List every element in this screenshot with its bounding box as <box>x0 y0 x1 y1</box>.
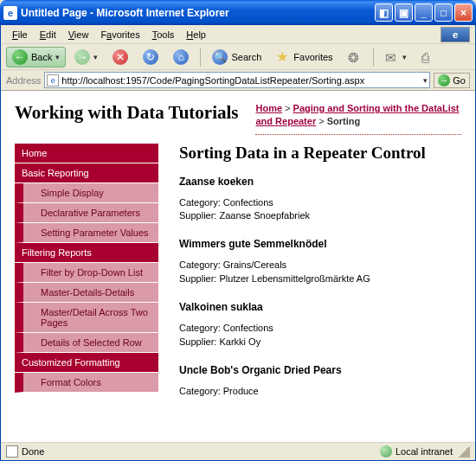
sidebar-item-customized-formatting[interactable]: Customized Formatting <box>15 353 158 373</box>
category-label: Category: <box>179 259 221 270</box>
product-item: Wimmers gute Semmelknödel Category: Grai… <box>179 238 458 285</box>
breadcrumb-home[interactable]: Home <box>255 103 282 113</box>
print-icon: ⎙ <box>421 50 435 64</box>
zone-icon <box>380 445 392 458</box>
menu-favorites[interactable]: Favorites <box>94 28 145 42</box>
refresh-button[interactable]: ↻ <box>137 47 164 67</box>
status-bar: Done Local intranet <box>1 442 475 459</box>
search-icon: 🔍 <box>212 49 228 65</box>
category-value: Produce <box>223 386 259 396</box>
address-field[interactable]: e http://localhost:1957/Code/PagingSorti… <box>44 72 430 88</box>
supplier-value: Karkki Oy <box>219 336 261 347</box>
page-content: Working with Data Tutorials Home > Pagin… <box>1 91 475 442</box>
back-button[interactable]: ← Back ▾ <box>6 47 66 67</box>
supplier-label: Supplier: <box>179 273 216 284</box>
search-label: Search <box>231 52 261 62</box>
product-name: Zaanse koeken <box>179 176 458 188</box>
forward-button[interactable]: → ▾ <box>68 47 104 67</box>
breadcrumb-current: Sorting <box>327 116 361 126</box>
sidebar-item-basic-reporting[interactable]: Basic Reporting <box>15 163 158 183</box>
go-arrow-icon: → <box>438 74 450 86</box>
supplier-label: Supplier: <box>179 210 216 221</box>
star-icon: ★ <box>276 50 290 64</box>
chevron-down-icon: ▾ <box>93 53 98 61</box>
product-name: Valkoinen suklaa <box>179 301 458 313</box>
go-label: Go <box>453 75 466 86</box>
menu-view[interactable]: View <box>62 28 95 42</box>
history-icon: ❂ <box>348 50 362 64</box>
maximize-button[interactable]: □ <box>434 3 453 22</box>
address-url: http://localhost:1957/Code/PagingSorting… <box>61 75 364 86</box>
close-button[interactable]: × <box>454 3 473 22</box>
product-item: Valkoinen suklaa Category: Confections S… <box>179 301 458 349</box>
supplier-value: Zaanse Snoepfabriek <box>219 210 310 221</box>
stop-button[interactable]: ✕ <box>106 47 134 67</box>
forward-arrow-icon: → <box>74 49 90 65</box>
menu-tools[interactable]: Tools <box>146 28 181 42</box>
product-name: Wimmers gute Semmelknödel <box>179 238 458 250</box>
toolbar-separator <box>200 48 201 67</box>
zone-text: Local intranet <box>396 446 453 457</box>
toolbar-separator <box>373 48 374 67</box>
category-value: Grains/Cereals <box>223 259 286 270</box>
ie-throbber-icon: e <box>441 27 470 42</box>
sidebar-item-filter-dropdown[interactable]: Filter by Drop-Down List <box>15 263 158 283</box>
sidebar-item-master-details-details[interactable]: Master-Details-Details <box>15 283 158 303</box>
main-content: Sorting Data in a Repeater Control Zaans… <box>158 144 475 414</box>
home-icon: ⌂ <box>173 49 189 65</box>
sidebar-item-simple-display[interactable]: Simple Display <box>15 183 158 203</box>
mail-button[interactable]: ✉ ▾ <box>379 48 413 67</box>
go-button[interactable]: → Go <box>434 73 470 88</box>
resize-grip[interactable] <box>458 445 470 458</box>
back-arrow-icon: ← <box>12 49 28 65</box>
window-titlebar: e Untitled Page - Microsoft Internet Exp… <box>0 0 476 25</box>
home-button[interactable]: ⌂ <box>167 47 195 67</box>
page-icon: e <box>47 74 59 86</box>
product-item: Uncle Bob's Organic Dried Pears Category… <box>179 364 458 398</box>
address-label: Address <box>6 75 41 86</box>
titlebar-extra-button-2[interactable]: ▣ <box>395 3 413 22</box>
menubar: File Edit View Favorites Tools Help e <box>1 25 475 44</box>
category-value: Confections <box>223 323 273 333</box>
category-label: Category: <box>179 197 221 208</box>
print-button[interactable]: ⎙ <box>415 48 441 67</box>
status-text: Done <box>22 446 44 457</box>
mail-icon: ✉ <box>385 50 399 64</box>
toolbar: ← Back ▾ → ▾ ✕ ↻ ⌂ 🔍 Search ★ Favorites … <box>1 44 475 70</box>
menu-file[interactable]: File <box>6 28 34 42</box>
favorites-button[interactable]: ★ Favorites <box>270 48 338 67</box>
titlebar-extra-button-1[interactable]: ◧ <box>375 3 393 22</box>
sidebar-item-details-selected-row[interactable]: Details of Selected Row <box>15 333 158 353</box>
done-icon <box>6 445 18 458</box>
product-item: Zaanse koeken Category: Confections Supp… <box>179 176 458 223</box>
address-dropdown-icon[interactable]: ▾ <box>423 76 428 85</box>
category-label: Category: <box>179 323 221 333</box>
minimize-button[interactable]: _ <box>415 3 433 22</box>
sidebar-item-home[interactable]: Home <box>15 144 158 163</box>
ie-icon: e <box>3 6 17 20</box>
menu-help[interactable]: Help <box>180 28 212 42</box>
sidebar-item-declarative-parameters[interactable]: Declarative Parameters <box>15 203 158 223</box>
sidebar: Home Basic Reporting Simple Display Decl… <box>15 144 158 414</box>
stop-icon: ✕ <box>113 49 128 65</box>
category-value: Confections <box>223 197 273 208</box>
page-heading: Sorting Data in a Repeater Control <box>179 144 458 163</box>
site-title: Working with Data Tutorials <box>15 102 238 135</box>
chevron-down-icon: ▾ <box>55 53 60 61</box>
supplier-value: Plutzer Lebensmittelgroßmärkte AG <box>219 273 370 284</box>
category-label: Category: <box>179 386 221 396</box>
search-button[interactable]: 🔍 Search <box>206 47 267 67</box>
supplier-label: Supplier: <box>179 336 216 347</box>
sidebar-item-setting-parameter-values[interactable]: Setting Parameter Values <box>15 223 158 243</box>
breadcrumb: Home > Paging and Sorting with the DataL… <box>255 102 461 135</box>
sidebar-item-master-detail-two-pages[interactable]: Master/Detail Across Two Pages <box>15 303 158 333</box>
history-button[interactable]: ❂ <box>342 48 368 67</box>
sidebar-item-filtering-reports[interactable]: Filtering Reports <box>15 243 158 263</box>
chevron-down-icon: ▾ <box>402 53 407 61</box>
window-title: Untitled Page - Microsoft Internet Explo… <box>21 7 375 19</box>
refresh-icon: ↻ <box>143 49 158 65</box>
sidebar-item-format-colors[interactable]: Format Colors <box>15 373 158 393</box>
back-label: Back <box>31 52 52 62</box>
address-bar: Address e http://localhost:1957/Code/Pag… <box>1 70 475 91</box>
menu-edit[interactable]: Edit <box>34 28 62 42</box>
